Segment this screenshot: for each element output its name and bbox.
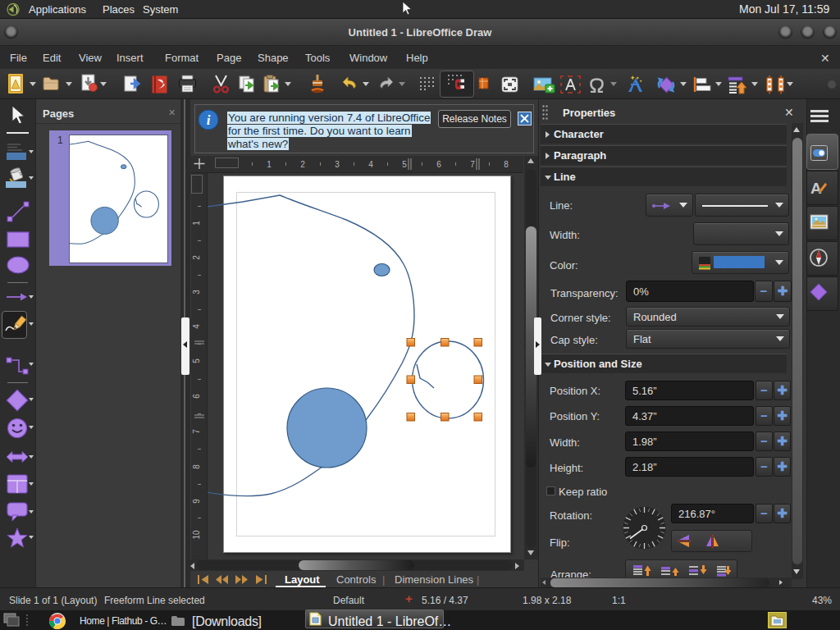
svg-text:4: 4 — [368, 160, 373, 169]
svg-text:6: 6 — [192, 394, 201, 399]
svg-text:8: 8 — [504, 160, 509, 169]
svg-text:7: 7 — [192, 429, 201, 434]
svg-text:8: 8 — [192, 464, 201, 469]
svg-text:2: 2 — [192, 255, 201, 260]
svg-text:3: 3 — [192, 290, 201, 294]
svg-text:6: 6 — [436, 160, 441, 169]
svg-text:9: 9 — [192, 499, 201, 504]
svg-text:2: 2 — [300, 160, 305, 169]
svg-text:4: 4 — [192, 324, 201, 329]
svg-text:5: 5 — [192, 358, 201, 363]
svg-text:5: 5 — [402, 160, 407, 169]
svg-text:i: i — [207, 112, 211, 128]
svg-text:7: 7 — [470, 160, 475, 169]
svg-text:1: 1 — [192, 221, 201, 226]
svg-text:10: 10 — [192, 530, 201, 540]
svg-text:3: 3 — [335, 160, 340, 169]
svg-text:A: A — [810, 180, 822, 197]
svg-text:1: 1 — [267, 160, 272, 169]
